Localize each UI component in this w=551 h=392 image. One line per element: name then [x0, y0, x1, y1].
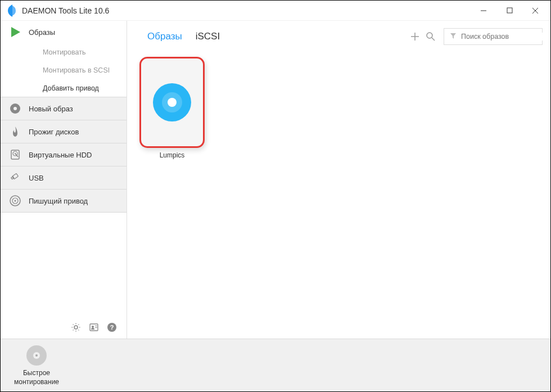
sidebar-item-add-drive[interactable]: Добавить привод: [1, 79, 127, 97]
help-icon[interactable]: ?: [106, 322, 118, 333]
sidebar-item-label: Монтировать: [43, 48, 85, 56]
usb-icon: [8, 171, 22, 184]
svg-point-2: [13, 107, 17, 110]
svg-point-24: [35, 354, 38, 357]
sidebar-item-label: USB: [29, 174, 44, 182]
image-grid: Lumpics: [139, 57, 550, 159]
tabs: Образы iSCSI: [135, 29, 220, 44]
sidebar-item-writable-drive[interactable]: Пишущий привод: [1, 189, 127, 213]
sidebar-item-label: Пишущий привод: [29, 197, 88, 205]
sidebar-item-label: Прожиг дисков: [29, 128, 79, 136]
svg-rect-14: [95, 326, 97, 326]
maximize-button[interactable]: [496, 2, 522, 20]
sidebar-item-label: Монтировать в SCSI: [43, 66, 110, 74]
flame-icon: [8, 125, 22, 138]
tab-iscsi[interactable]: iSCSI: [196, 29, 220, 44]
svg-point-21: [168, 98, 177, 107]
sidebar-item-mount-scsi[interactable]: Монтировать в SCSI: [1, 61, 127, 79]
svg-text:?: ?: [110, 324, 114, 331]
sidebar: Образы Монтировать Монтировать в SCSI До…: [1, 21, 127, 339]
window-title: DAEMON Tools Lite 10.6: [22, 6, 471, 15]
tile-label: Lumpics: [160, 151, 185, 159]
sidebar-item-mount[interactable]: Монтировать: [1, 43, 127, 61]
application-window: DAEMON Tools Lite 10.6 Образы Монтироват…: [0, 0, 551, 392]
disc-icon: [8, 102, 22, 115]
sidebar-item-burn[interactable]: Прожиг дисков: [1, 120, 127, 143]
toolbar: Образы iSCSI: [127, 21, 550, 52]
search-box[interactable]: [444, 28, 543, 45]
svg-rect-15: [95, 327, 97, 328]
svg-rect-0: [507, 8, 512, 13]
close-button[interactable]: [522, 2, 548, 20]
sidebar-item-usb[interactable]: USB: [1, 166, 127, 190]
drive-icon: [8, 194, 22, 208]
contacts-icon[interactable]: [88, 322, 100, 333]
hdd-icon: [8, 148, 22, 161]
sidebar-item-label: Образы: [29, 28, 55, 37]
sidebar-item-label: Добавить привод: [43, 84, 99, 92]
quick-mount-label: Быстрое монтирование: [14, 369, 59, 386]
add-button[interactable]: [409, 30, 421, 43]
sidebar-item-vhdd[interactable]: Виртуальные HDD: [1, 143, 127, 166]
main-area: Образы iSCSI: [127, 21, 550, 339]
image-tile[interactable]: Lumpics: [139, 57, 205, 159]
titlebar: DAEMON Tools Lite 10.6: [1, 1, 550, 21]
filter-icon: [450, 31, 457, 42]
search-input[interactable]: [461, 33, 549, 40]
quick-mount-icon: [25, 344, 48, 367]
tile-frame: [139, 57, 205, 148]
sidebar-item-images[interactable]: Образы: [1, 21, 127, 43]
minimize-button[interactable]: [471, 2, 496, 20]
sidebar-item-new-image[interactable]: Новый образ: [1, 97, 127, 120]
svg-point-13: [92, 326, 94, 328]
play-icon: [8, 25, 22, 39]
search-button[interactable]: [424, 30, 437, 43]
svg-point-10: [15, 200, 16, 202]
disc-image-icon: [150, 80, 195, 125]
svg-point-11: [74, 326, 78, 329]
sidebar-spacer: [1, 213, 127, 316]
tab-images[interactable]: Образы: [147, 29, 182, 44]
bottom-panel: Быстрое монтирование: [1, 339, 550, 391]
quick-mount-button[interactable]: Быстрое монтирование: [14, 344, 59, 386]
sidebar-item-label: Виртуальные HDD: [29, 151, 92, 159]
gear-icon[interactable]: [70, 322, 82, 333]
window-controls: [471, 2, 548, 20]
sidebar-footer: ?: [1, 316, 127, 339]
svg-point-18: [427, 33, 432, 38]
content-area: Lumpics: [127, 52, 550, 339]
sidebar-item-label: Новый образ: [29, 105, 73, 113]
main-body: Образы Монтировать Монтировать в SCSI До…: [1, 21, 550, 339]
app-logo-icon: [7, 4, 17, 17]
